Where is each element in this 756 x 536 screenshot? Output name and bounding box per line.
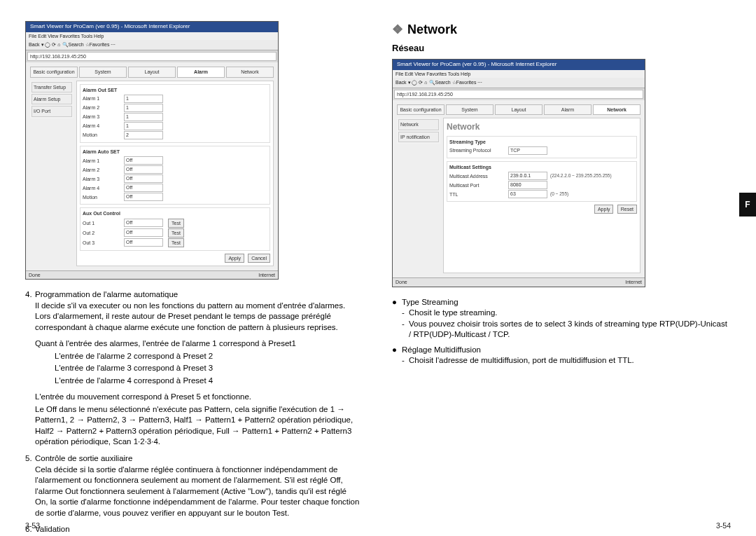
- window-menubar: File Edit View Favorites Tools Help: [393, 70, 645, 78]
- row-value[interactable]: Off: [124, 156, 163, 165]
- apply-button[interactable]: Apply: [594, 205, 614, 214]
- address-bar: http://192.168.219.45:250: [394, 90, 643, 99]
- paragraph: L'entrée du mouvement correspond à Prese…: [25, 392, 360, 403]
- sidebar-item-transfer[interactable]: Transfer Setup: [31, 82, 72, 92]
- item-title: Contrôle de sortie auxiliaire: [35, 453, 132, 465]
- paragraph: Cela décide si la sortie d'alarme réglée…: [25, 465, 360, 519]
- sidebar-item-ioport[interactable]: I/O Port: [31, 106, 72, 116]
- row-label: Streaming Protocol: [449, 147, 505, 153]
- item-title: Programmation de l'alarme automatique: [35, 289, 178, 301]
- item-title: Réglage Multidiffusion: [402, 345, 481, 356]
- list-item-4: 4. Programmation de l'alarme automatique: [25, 289, 360, 301]
- reset-button[interactable]: Reset: [617, 205, 637, 214]
- tab-basic[interactable]: Basic configuration: [30, 67, 78, 77]
- cancel-button[interactable]: Cancel: [248, 254, 270, 263]
- heading-text: Network: [407, 22, 457, 36]
- row-label: Motion: [83, 132, 121, 138]
- browser-toolbar: Back ▾ ◯ ⟳ ⌂ 🔍Search ☆Favorites ⋯: [26, 40, 278, 50]
- bullet-streaming-type: ● Type Streaming: [392, 297, 731, 308]
- panel-title: Network: [447, 121, 637, 132]
- row-value[interactable]: 2: [124, 131, 163, 139]
- sidebar-item-network[interactable]: Network: [398, 119, 439, 130]
- tab-network[interactable]: Network: [593, 104, 640, 115]
- paragraph: Il decide s'il va executer ou non les fo…: [25, 301, 360, 334]
- status-left: Done: [29, 273, 41, 277]
- group-title: Streaming Type: [449, 139, 634, 145]
- sidebar-item-ipnotification[interactable]: IP notification: [398, 132, 439, 142]
- bullet-icon: ●: [392, 345, 402, 356]
- row-label: Out 2: [83, 230, 121, 236]
- paragraph: Chosit le type streaming.: [409, 308, 498, 319]
- config-tabs: Basic configuration System Layout Alarm …: [397, 104, 640, 115]
- list-item-5: 5. Contrôle de sortie auxiliaire: [25, 453, 360, 465]
- row-value[interactable]: Off: [124, 174, 163, 183]
- tab-layout[interactable]: Layout: [495, 104, 542, 115]
- left-sidebar: Transfer Setup Alarm Setup I/O Port: [30, 81, 74, 118]
- address-bar: http://192.168.219.45:250: [27, 52, 276, 61]
- heading-bullet-icon: ❖: [392, 22, 403, 36]
- alarm-config-panel: Alarm Out SET Alarm 11 Alarm 21 Alarm 31…: [76, 81, 274, 266]
- group-streaming-type: Streaming Type Streaming Protocol TCP: [447, 136, 637, 158]
- tab-system[interactable]: System: [446, 104, 493, 115]
- streaming-protocol-select[interactable]: TCP: [508, 146, 547, 155]
- multicast-port-input[interactable]: 8080: [508, 181, 547, 189]
- window-menubar: File Edit View Favorites Tools Help: [26, 32, 278, 40]
- paragraph: Vous pouvez choisir trois sortes de to s…: [409, 319, 731, 341]
- subsection-heading: Réseau: [392, 42, 731, 55]
- group-title: Alarm Out SET: [83, 87, 267, 93]
- row-label: Alarm 4: [83, 185, 121, 191]
- test-button[interactable]: Test: [168, 238, 184, 247]
- paragraph-line: L'entrée de l'alarme 2 correspond à Pres…: [25, 351, 360, 362]
- left-page: Smart Viewer for ProCam (ver 0.95) - Mic…: [0, 0, 378, 536]
- tab-network[interactable]: Network: [226, 67, 274, 77]
- left-sidebar: Network IP notification: [397, 118, 440, 144]
- paragraph-line: L'entrée de l'alarme 3 correspond à Pres…: [25, 363, 360, 374]
- group-aux-out-control: Aux Out Control Out 1OffTest Out 2OffTes…: [80, 207, 270, 250]
- tab-system[interactable]: System: [79, 67, 127, 77]
- row-label: Motion: [83, 194, 121, 200]
- network-config-panel: Network Streaming Type Streaming Protoco…: [443, 118, 640, 273]
- row-value[interactable]: Off: [124, 238, 163, 247]
- row-value[interactable]: 1: [124, 122, 163, 130]
- group-title: Alarm Auto SET: [83, 149, 267, 155]
- row-label: TTL: [449, 191, 505, 198]
- apply-button[interactable]: Apply: [225, 254, 244, 263]
- row-value[interactable]: Off: [124, 165, 163, 174]
- ttl-input[interactable]: 63: [508, 190, 547, 198]
- paragraph: Choisit l'adresse de multidiffusion, por…: [409, 355, 634, 366]
- sidebar-item-alarm[interactable]: Alarm Setup: [31, 94, 72, 104]
- row-label: Alarm 1: [83, 158, 121, 164]
- row-value[interactable]: Off: [124, 193, 163, 201]
- bullet-icon: ●: [392, 297, 402, 308]
- group-alarm-out-set: Alarm Out SET Alarm 11 Alarm 21 Alarm 31…: [80, 84, 270, 143]
- row-label: Alarm 2: [83, 167, 121, 173]
- tab-layout[interactable]: Layout: [128, 67, 176, 77]
- row-label: Multicast Address: [449, 173, 505, 179]
- row-value[interactable]: 1: [124, 95, 163, 103]
- paragraph: Le Off dans le menu sélectionné n'exécut…: [25, 404, 360, 448]
- row-value[interactable]: 1: [124, 113, 163, 121]
- status-bar: Done Internet: [26, 270, 278, 279]
- page-number: 3-54: [716, 521, 731, 530]
- tab-alarm[interactable]: Alarm: [544, 104, 592, 115]
- paragraph: Quant à l'entrée des alarmes, l'entrée d…: [25, 338, 360, 350]
- multicast-address-input[interactable]: 239.0.0.1: [508, 172, 547, 180]
- row-label: Out 3: [83, 240, 121, 246]
- row-label: Alarm 4: [83, 123, 121, 129]
- tab-basic[interactable]: Basic configuration: [397, 104, 444, 115]
- tab-alarm[interactable]: Alarm: [177, 67, 225, 77]
- test-button[interactable]: Test: [168, 219, 184, 228]
- row-label: Alarm 1: [83, 95, 121, 102]
- test-button[interactable]: Test: [168, 228, 184, 238]
- section-heading: ❖Network: [392, 21, 731, 38]
- row-label: Alarm 3: [83, 114, 121, 120]
- language-tab: F: [739, 193, 756, 217]
- bullet-multicast: ● Réglage Multidiffusion: [392, 345, 731, 356]
- group-multicast-settings: Multicast Settings Multicast Address239.…: [447, 161, 637, 202]
- row-value[interactable]: Off: [124, 219, 163, 227]
- page-number: 3-53: [25, 521, 40, 530]
- row-value[interactable]: Off: [124, 228, 163, 237]
- row-value[interactable]: 1: [124, 104, 163, 112]
- row-value[interactable]: Off: [124, 184, 163, 192]
- screenshot-network-settings: Smart Viewer for ProCam (ver 0.95) - Mic…: [392, 59, 645, 287]
